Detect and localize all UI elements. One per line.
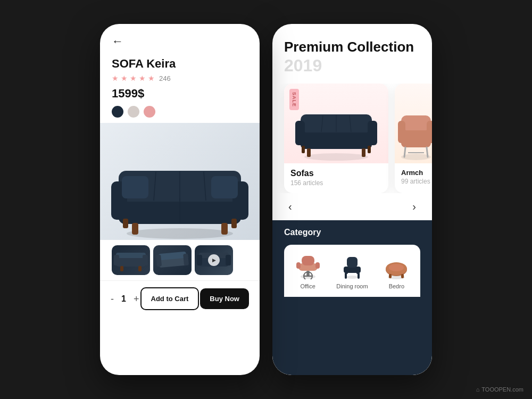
carousel-prev-button[interactable]: ‹ [284,198,296,215]
svg-rect-45 [427,121,432,143]
star-1: ★ [112,74,119,82]
buy-now-button[interactable]: Buy Now [200,288,249,309]
svg-point-0 [127,228,233,239]
armchairs-articles-count: 99 articles [401,178,431,185]
svg-rect-17 [114,255,119,265]
carousel-navigation: ‹ › [272,193,432,220]
product-title: SOFA Keira [112,57,248,71]
color-option-light[interactable] [128,106,139,118]
svg-rect-23 [156,255,162,267]
svg-rect-60 [347,257,358,268]
armchairs-card-image [395,84,432,163]
carousel-cards: SALE [284,84,420,193]
watermark: ⌂ TOOOPEN.com [476,386,523,393]
back-button[interactable]: ← [100,24,260,54]
thumb-sofa-angle-icon [153,245,192,275]
product-main-image [100,123,260,240]
bottom-action-bar: - 1 + Add to Cart Buy Now [100,280,260,323]
star-5: ★ [148,74,155,82]
armchairs-card[interactable]: Armch 99 articles [395,84,432,193]
armchairs-card-label: Armch 99 articles [395,163,432,192]
svg-rect-37 [307,148,311,157]
svg-rect-70 [401,274,404,278]
thumbnail-3[interactable]: ▶ [195,245,233,275]
svg-rect-69 [389,274,392,278]
svg-line-46 [404,147,405,157]
svg-rect-53 [315,262,320,269]
product-price: 1599$ [112,87,248,101]
svg-rect-12 [231,219,237,228]
collection-browse-phone: Premium Collection 2019 SALE [272,24,432,375]
sofas-card-image: SALE [284,84,388,163]
dining-room-label: Dining room [336,283,368,289]
color-selector [112,106,248,118]
color-option-dark[interactable] [112,106,123,118]
svg-rect-28 [226,255,231,265]
svg-rect-27 [197,255,202,265]
svg-point-58 [346,276,359,279]
sale-badge: SALE [289,89,299,110]
quantity-decrease-button[interactable]: - [111,294,114,304]
svg-rect-19 [120,266,123,271]
svg-rect-43 [401,115,431,130]
collection-year: 2019 [284,56,420,75]
dining-chair-icon [336,253,368,279]
category-item-office[interactable]: Office [288,252,327,289]
svg-point-29 [304,153,368,161]
star-4: ★ [139,74,146,82]
svg-rect-18 [143,255,148,265]
thumbnail-2[interactable] [153,245,192,275]
office-chair-image [291,252,325,280]
collection-header: Premium Collection 2019 [272,24,432,84]
armchairs-category-name: Armch [401,169,431,177]
watermark-text: TOOOPEN.com [481,386,523,393]
category-item-dining-room[interactable]: Dining room [332,252,371,289]
bedroom-label: Bedro [389,283,404,289]
color-option-pink[interactable] [144,106,155,118]
svg-rect-13 [122,176,148,198]
ottoman-image [379,252,413,280]
svg-rect-32 [295,121,305,145]
thumbnail-1[interactable] [112,245,150,275]
quantity-increase-button[interactable]: + [134,294,139,304]
sofas-card[interactable]: SALE [284,84,388,193]
product-carousel: SALE [272,84,432,193]
quantity-value: 1 [121,294,126,304]
dining-chair-image [335,252,369,280]
phones-container: ← SOFA Keira ★ ★ ★ ★ ★ 246 1599$ [100,24,432,375]
svg-rect-24 [183,254,189,266]
sofas-card-label: Sofas 156 articles [284,163,388,193]
quantity-control: - 1 + [111,294,139,304]
review-count: 246 [159,74,171,82]
svg-rect-20 [138,266,142,271]
svg-rect-14 [211,176,238,198]
thumbnail-gallery: ▶ [100,240,260,280]
carousel-next-button[interactable]: › [408,198,420,215]
armchair-illustration [395,94,432,163]
svg-point-68 [389,264,404,271]
star-2: ★ [121,74,128,82]
category-items-list: Office [284,245,420,297]
ottoman-icon [380,253,412,279]
sofa-illustration [103,134,257,240]
svg-rect-63 [346,269,348,274]
collection-title: Premium Collection [284,39,420,55]
svg-rect-44 [398,121,405,143]
svg-rect-64 [356,269,359,274]
svg-rect-51 [302,256,314,265]
sofas-category-name: Sofas [290,169,382,178]
svg-rect-9 [132,223,138,235]
play-button[interactable]: ▶ [208,254,220,266]
svg-rect-38 [362,148,365,157]
star-3: ★ [130,74,137,82]
svg-rect-10 [221,223,228,235]
svg-rect-11 [123,219,128,228]
svg-line-47 [427,147,428,157]
svg-rect-16 [116,253,146,258]
office-chair-icon [292,253,324,279]
add-to-cart-button[interactable]: Add to Cart [140,287,200,310]
sofas-articles-count: 156 articles [290,179,382,187]
category-item-bedroom[interactable]: Bedro [377,252,416,289]
category-section: Category [272,220,432,375]
svg-rect-52 [296,262,301,269]
